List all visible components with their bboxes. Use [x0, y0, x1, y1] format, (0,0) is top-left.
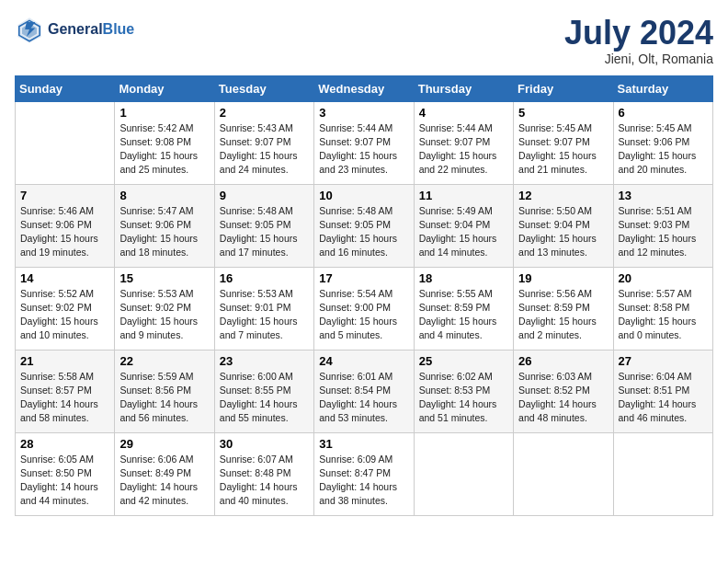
calendar-cell: 4Sunrise: 5:44 AM Sunset: 9:07 PM Daylig… [414, 101, 513, 184]
day-number: 28 [20, 437, 109, 451]
calendar-cell: 22Sunrise: 5:59 AM Sunset: 8:56 PM Dayli… [115, 350, 214, 432]
day-info: Sunrise: 6:03 AM Sunset: 8:52 PM Dayligh… [518, 370, 608, 426]
calendar-cell [613, 432, 712, 515]
day-info: Sunrise: 6:09 AM Sunset: 8:47 PM Dayligh… [319, 453, 408, 509]
day-number: 29 [119, 437, 209, 451]
logo-text: GeneralBlue [48, 21, 134, 38]
day-number: 10 [319, 189, 408, 202]
day-number: 27 [619, 354, 708, 368]
day-info: Sunrise: 5:59 AM Sunset: 8:56 PM Dayligh… [119, 370, 209, 426]
day-number: 31 [319, 437, 408, 451]
day-number: 23 [220, 354, 309, 368]
day-number: 11 [419, 189, 508, 202]
day-info: Sunrise: 6:00 AM Sunset: 8:55 PM Dayligh… [220, 370, 309, 426]
calendar-cell [16, 101, 115, 184]
calendar-cell: 19Sunrise: 5:56 AM Sunset: 8:59 PM Dayli… [514, 267, 613, 350]
day-info: Sunrise: 5:49 AM Sunset: 9:04 PM Dayligh… [419, 204, 508, 260]
logo-icon [15, 15, 44, 44]
day-number: 22 [119, 354, 209, 368]
day-info: Sunrise: 5:47 AM Sunset: 9:06 PM Dayligh… [119, 204, 209, 260]
day-number: 6 [619, 106, 708, 120]
logo-blue-text: Blue [103, 21, 135, 37]
day-number: 2 [220, 106, 309, 120]
day-number: 20 [619, 271, 708, 285]
day-number: 26 [518, 354, 608, 368]
day-number: 19 [518, 271, 608, 285]
month-title: July 2024 [564, 15, 713, 52]
weekday-header-sunday: Sunday [16, 75, 115, 101]
day-info: Sunrise: 5:46 AM Sunset: 9:06 PM Dayligh… [20, 204, 109, 260]
calendar-cell: 28Sunrise: 6:05 AM Sunset: 8:50 PM Dayli… [16, 432, 115, 515]
calendar-table: SundayMondayTuesdayWednesdayThursdayFrid… [15, 75, 713, 516]
logo-general: General [48, 21, 103, 37]
day-info: Sunrise: 5:53 AM Sunset: 9:01 PM Dayligh… [220, 287, 309, 343]
calendar-week-4: 21Sunrise: 5:58 AM Sunset: 8:57 PM Dayli… [16, 350, 713, 432]
day-number: 21 [20, 354, 109, 368]
day-info: Sunrise: 5:48 AM Sunset: 9:05 PM Dayligh… [319, 204, 408, 260]
day-number: 5 [518, 106, 608, 120]
day-number: 1 [119, 106, 209, 120]
calendar-cell: 24Sunrise: 6:01 AM Sunset: 8:54 PM Dayli… [314, 350, 414, 432]
calendar-cell: 21Sunrise: 5:58 AM Sunset: 8:57 PM Dayli… [16, 350, 115, 432]
calendar-cell: 25Sunrise: 6:02 AM Sunset: 8:53 PM Dayli… [414, 350, 513, 432]
day-number: 4 [419, 106, 508, 120]
calendar-cell: 1Sunrise: 5:42 AM Sunset: 9:08 PM Daylig… [115, 101, 214, 184]
calendar-cell: 14Sunrise: 5:52 AM Sunset: 9:02 PM Dayli… [16, 267, 115, 350]
day-info: Sunrise: 5:50 AM Sunset: 9:04 PM Dayligh… [518, 204, 608, 260]
weekday-header-row: SundayMondayTuesdayWednesdayThursdayFrid… [16, 75, 713, 101]
day-info: Sunrise: 5:43 AM Sunset: 9:07 PM Dayligh… [220, 121, 309, 178]
day-info: Sunrise: 6:07 AM Sunset: 8:48 PM Dayligh… [220, 453, 309, 509]
calendar-cell: 10Sunrise: 5:48 AM Sunset: 9:05 PM Dayli… [314, 184, 414, 267]
calendar-cell: 9Sunrise: 5:48 AM Sunset: 9:05 PM Daylig… [214, 184, 313, 267]
calendar-cell: 2Sunrise: 5:43 AM Sunset: 9:07 PM Daylig… [214, 101, 313, 184]
day-info: Sunrise: 5:42 AM Sunset: 9:08 PM Dayligh… [119, 121, 209, 178]
calendar-cell: 8Sunrise: 5:47 AM Sunset: 9:06 PM Daylig… [115, 184, 214, 267]
day-info: Sunrise: 6:06 AM Sunset: 8:49 PM Dayligh… [119, 453, 209, 509]
weekday-header-tuesday: Tuesday [214, 75, 313, 101]
calendar-cell: 31Sunrise: 6:09 AM Sunset: 8:47 PM Dayli… [314, 432, 414, 515]
weekday-header-monday: Monday [115, 75, 214, 101]
calendar-cell: 26Sunrise: 6:03 AM Sunset: 8:52 PM Dayli… [514, 350, 613, 432]
weekday-header-friday: Friday [514, 75, 613, 101]
day-info: Sunrise: 5:48 AM Sunset: 9:05 PM Dayligh… [220, 204, 309, 260]
calendar-cell: 17Sunrise: 5:54 AM Sunset: 9:00 PM Dayli… [314, 267, 414, 350]
calendar-cell: 29Sunrise: 6:06 AM Sunset: 8:49 PM Dayli… [115, 432, 214, 515]
calendar-cell: 30Sunrise: 6:07 AM Sunset: 8:48 PM Dayli… [214, 432, 313, 515]
day-info: Sunrise: 6:05 AM Sunset: 8:50 PM Dayligh… [20, 453, 109, 509]
day-info: Sunrise: 5:52 AM Sunset: 9:02 PM Dayligh… [20, 287, 109, 343]
calendar-cell: 16Sunrise: 5:53 AM Sunset: 9:01 PM Dayli… [214, 267, 313, 350]
calendar-cell: 23Sunrise: 6:00 AM Sunset: 8:55 PM Dayli… [214, 350, 313, 432]
day-number: 7 [20, 189, 109, 202]
calendar-cell: 20Sunrise: 5:57 AM Sunset: 8:58 PM Dayli… [613, 267, 712, 350]
day-info: Sunrise: 5:51 AM Sunset: 9:03 PM Dayligh… [619, 204, 708, 260]
title-block: July 2024 Jieni, Olt, Romania [564, 15, 713, 66]
logo: GeneralBlue [15, 15, 134, 44]
day-number: 12 [518, 189, 608, 202]
calendar-cell: 7Sunrise: 5:46 AM Sunset: 9:06 PM Daylig… [16, 184, 115, 267]
calendar-week-3: 14Sunrise: 5:52 AM Sunset: 9:02 PM Dayli… [16, 267, 713, 350]
day-info: Sunrise: 6:01 AM Sunset: 8:54 PM Dayligh… [319, 370, 408, 426]
weekday-header-wednesday: Wednesday [314, 75, 414, 101]
day-number: 17 [319, 271, 408, 285]
calendar-cell [514, 432, 613, 515]
calendar-week-5: 28Sunrise: 6:05 AM Sunset: 8:50 PM Dayli… [16, 432, 713, 515]
day-info: Sunrise: 5:54 AM Sunset: 9:00 PM Dayligh… [319, 287, 408, 343]
day-info: Sunrise: 5:55 AM Sunset: 8:59 PM Dayligh… [419, 287, 508, 343]
day-number: 18 [419, 271, 508, 285]
calendar-cell: 3Sunrise: 5:44 AM Sunset: 9:07 PM Daylig… [314, 101, 414, 184]
day-info: Sunrise: 5:58 AM Sunset: 8:57 PM Dayligh… [20, 370, 109, 426]
day-info: Sunrise: 5:44 AM Sunset: 9:07 PM Dayligh… [419, 121, 508, 178]
day-number: 9 [220, 189, 309, 202]
day-number: 25 [419, 354, 508, 368]
day-number: 14 [20, 271, 109, 285]
day-number: 3 [319, 106, 408, 120]
day-info: Sunrise: 6:02 AM Sunset: 8:53 PM Dayligh… [419, 370, 508, 426]
day-info: Sunrise: 5:45 AM Sunset: 9:07 PM Dayligh… [518, 121, 608, 178]
day-info: Sunrise: 5:57 AM Sunset: 8:58 PM Dayligh… [619, 287, 708, 343]
day-number: 30 [220, 437, 309, 451]
calendar-cell: 6Sunrise: 5:45 AM Sunset: 9:06 PM Daylig… [613, 101, 712, 184]
day-info: Sunrise: 6:04 AM Sunset: 8:51 PM Dayligh… [619, 370, 708, 426]
day-info: Sunrise: 5:53 AM Sunset: 9:02 PM Dayligh… [119, 287, 209, 343]
calendar-cell: 13Sunrise: 5:51 AM Sunset: 9:03 PM Dayli… [613, 184, 712, 267]
calendar-cell: 11Sunrise: 5:49 AM Sunset: 9:04 PM Dayli… [414, 184, 513, 267]
